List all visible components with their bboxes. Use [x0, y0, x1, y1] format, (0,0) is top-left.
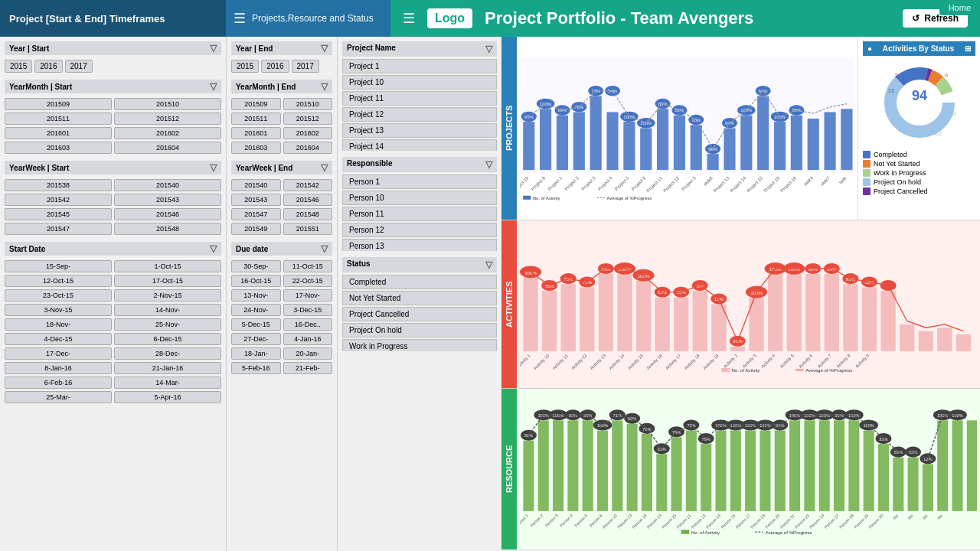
chip-2015-start[interactable]: 2015 — [5, 60, 32, 73]
yw-chip[interactable]: 201542 — [5, 194, 112, 206]
funnel-icon-sd[interactable]: ▽ — [210, 243, 217, 254]
chip-2017-end[interactable]: 2017 — [292, 60, 319, 73]
ywe-chip[interactable]: 201543 — [231, 194, 281, 206]
sd-chip[interactable]: 14-Mar- — [114, 377, 221, 389]
sd-chip[interactable]: 6-Dec-15 — [114, 333, 221, 345]
ywe-chip[interactable]: 201542 — [283, 179, 333, 191]
dd-chip[interactable]: 22-Oct-15 — [283, 275, 333, 287]
dd-chip[interactable]: 16-Dec.. — [283, 318, 333, 331]
dd-chip[interactable]: 24-Nov- — [231, 304, 281, 316]
dd-chip[interactable]: 11-Oct-15 — [283, 260, 333, 272]
yme-chip[interactable]: 201509 — [231, 98, 281, 110]
status-item-cancelled[interactable]: Project Cancelled — [342, 307, 497, 321]
funnel-icon-pn[interactable]: ▽ — [485, 44, 492, 54]
chip-2016-start[interactable]: 2016 — [34, 60, 62, 73]
yw-chip[interactable]: 201540 — [114, 179, 221, 191]
ym-chip[interactable]: 201601 — [5, 127, 112, 139]
dd-chip[interactable]: 5-Dec-15 — [231, 318, 281, 331]
sd-chip[interactable]: 25-Mar- — [5, 391, 112, 403]
project-item[interactable]: Project 10 — [342, 75, 497, 90]
status-item-completed[interactable]: Completed — [342, 275, 497, 289]
person-item[interactable]: Person 1 — [342, 174, 497, 189]
chip-2017-start[interactable]: 2017 — [65, 60, 93, 73]
ym-chip[interactable]: 201603 — [5, 142, 112, 154]
dd-chip[interactable]: 27-Dec- — [231, 333, 281, 345]
person-item[interactable]: Person 11 — [342, 207, 497, 221]
funnel-icon-yw[interactable]: ▽ — [210, 162, 217, 173]
sd-chip[interactable]: 28-Dec- — [114, 347, 221, 360]
sd-chip[interactable]: 17-Oct-15 — [114, 275, 221, 287]
sd-chip[interactable]: 1-Oct-15 — [114, 260, 221, 272]
funnel-icon-dd[interactable]: ▽ — [321, 243, 328, 254]
status-item-notstarted[interactable]: Not Yet Started — [342, 291, 497, 305]
yme-chip[interactable]: 201603 — [231, 142, 281, 154]
sd-chip[interactable]: 21-Jan-16 — [114, 362, 221, 374]
hamburger-icon-main[interactable]: ☰ — [403, 10, 415, 27]
yme-chip[interactable]: 201602 — [283, 127, 333, 139]
yme-chip[interactable]: 201511 — [231, 112, 281, 125]
yw-chip[interactable]: 201547 — [5, 223, 112, 235]
project-item[interactable]: Project 12 — [342, 107, 497, 122]
yme-chip[interactable]: 201601 — [231, 127, 281, 139]
status-item-onhold[interactable]: Project On hold — [342, 323, 497, 337]
yw-chip[interactable]: 201543 — [114, 194, 221, 206]
ym-chip[interactable]: 201604 — [114, 142, 221, 154]
ym-chip[interactable]: 201510 — [114, 98, 221, 110]
ym-chip[interactable]: 201511 — [5, 112, 112, 125]
ywe-chip[interactable]: 201547 — [231, 208, 281, 220]
sd-chip[interactable]: 12-Oct-15 — [5, 275, 112, 287]
home-button[interactable]: Home — [939, 0, 980, 15]
dd-chip[interactable]: 4-Jan-16 — [283, 333, 333, 345]
dd-chip[interactable]: 3-Dec-15 — [283, 304, 333, 316]
dd-chip[interactable]: 21-Feb- — [283, 362, 333, 374]
status-item-wip[interactable]: Work in Progress — [342, 339, 497, 351]
ym-chip[interactable]: 201602 — [114, 127, 221, 139]
funnel-icon-resp[interactable]: ▽ — [485, 159, 492, 170]
person-item[interactable]: Person 12 — [342, 223, 497, 237]
dd-chip[interactable]: 5-Feb-16 — [231, 362, 281, 374]
dd-chip[interactable]: 16-Oct-15 — [231, 275, 281, 287]
status-panel-expand[interactable]: ⊞ — [965, 44, 971, 53]
dd-chip[interactable]: 30-Sep- — [231, 260, 281, 272]
person-item[interactable]: Person 10 — [342, 191, 497, 205]
sd-chip[interactable]: 14-Nov- — [114, 304, 221, 316]
dd-chip[interactable]: 17-Nov- — [283, 289, 333, 302]
funnel-icon-ye[interactable]: ▽ — [321, 43, 328, 54]
sd-chip[interactable]: 8-Jan-16 — [5, 362, 112, 374]
funnel-icon-status[interactable]: ▽ — [485, 259, 492, 270]
sd-chip[interactable]: 25-Nov- — [114, 318, 221, 331]
dd-chip[interactable]: 13-Nov- — [231, 289, 281, 302]
yme-chip[interactable]: 201510 — [283, 98, 333, 110]
ywe-chip[interactable]: 201546 — [283, 194, 333, 206]
yw-chip[interactable]: 201548 — [114, 223, 221, 235]
ym-chip[interactable]: 201512 — [114, 112, 221, 125]
chip-2015-end[interactable]: 2015 — [231, 60, 259, 73]
sd-chip[interactable]: 17-Dec- — [5, 347, 112, 360]
sd-chip[interactable]: 3-Nov-15 — [5, 304, 112, 316]
yw-chip[interactable]: 201545 — [5, 208, 112, 220]
ywe-chip[interactable]: 201540 — [231, 179, 281, 191]
project-item[interactable]: Project 11 — [342, 91, 497, 106]
yw-chip[interactable]: 201538 — [5, 179, 112, 191]
funnel-icon-ywe[interactable]: ▽ — [321, 162, 328, 173]
sd-chip[interactable]: 6-Feb-16 — [5, 377, 112, 389]
project-item[interactable]: Project 13 — [342, 123, 497, 138]
ywe-chip[interactable]: 201548 — [283, 208, 333, 220]
dd-chip[interactable]: 18-Jan- — [231, 347, 281, 360]
yme-chip[interactable]: 201604 — [283, 142, 333, 154]
hamburger-icon[interactable]: ☰ — [234, 10, 246, 27]
chip-2016-end[interactable]: 2016 — [261, 60, 289, 73]
sd-chip[interactable]: 23-Oct-15 — [5, 289, 112, 302]
funnel-icon[interactable]: ▽ — [210, 43, 217, 54]
yw-chip[interactable]: 201546 — [114, 208, 221, 220]
funnel-icon-ym[interactable]: ▽ — [210, 81, 217, 92]
sd-chip[interactable]: 15-Sep- — [5, 260, 112, 272]
funnel-icon-yme[interactable]: ▽ — [321, 81, 328, 92]
sd-chip[interactable]: 4-Dec-15 — [5, 333, 112, 345]
ym-chip[interactable]: 201509 — [5, 98, 112, 110]
dd-chip[interactable]: 20-Jan- — [283, 347, 333, 360]
person-item[interactable]: Person 13 — [342, 239, 497, 251]
yme-chip[interactable]: 201512 — [283, 112, 333, 125]
sd-chip[interactable]: 5-Apr-16 — [114, 391, 221, 403]
sd-chip[interactable]: 2-Nov-15 — [114, 289, 221, 302]
